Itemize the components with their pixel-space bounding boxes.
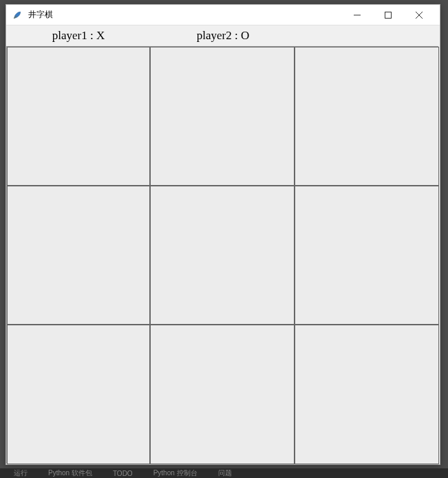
board-container	[6, 46, 440, 464]
background-ide-strip: 运行 Python 软件包 TODO Python 控制台 问题	[0, 468, 448, 478]
window-controls	[341, 6, 434, 25]
svg-rect-1	[385, 12, 391, 18]
window-title: 井字棋	[28, 9, 341, 21]
cell-0-1[interactable]	[150, 47, 295, 186]
cell-0-2[interactable]	[295, 47, 439, 186]
close-button[interactable]	[403, 6, 434, 25]
cell-2-2[interactable]	[295, 325, 439, 464]
titlebar[interactable]: 井字棋	[6, 5, 440, 25]
cell-2-1[interactable]	[150, 325, 295, 464]
game-board	[6, 46, 438, 464]
bg-item: Python 软件包	[48, 468, 92, 478]
cell-0-0[interactable]	[7, 47, 150, 186]
minimize-button[interactable]	[341, 6, 372, 25]
cell-1-1[interactable]	[150, 186, 295, 325]
app-window: 井字棋 player1 : X player2 : O	[6, 4, 440, 465]
cell-2-0[interactable]	[7, 325, 150, 464]
feather-icon	[12, 10, 23, 21]
bg-item: 问题	[218, 468, 232, 478]
player1-label: player1 : X	[6, 29, 151, 43]
player-header-row: player1 : X player2 : O	[6, 25, 440, 46]
bg-item: Python 控制台	[153, 468, 198, 478]
maximize-button[interactable]	[372, 6, 403, 25]
cell-1-0[interactable]	[7, 186, 150, 325]
player2-label: player2 : O	[151, 29, 295, 43]
bg-item: 运行	[14, 468, 28, 478]
bg-item: TODO	[113, 470, 133, 477]
cell-1-2[interactable]	[295, 186, 439, 325]
